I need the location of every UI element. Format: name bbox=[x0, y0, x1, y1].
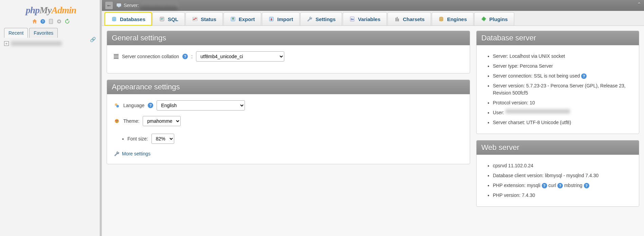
webserver-item: PHP version: 7.4.30 bbox=[493, 190, 632, 200]
dbserver-item: Protocol version: 10 bbox=[493, 98, 632, 108]
dbserver-item: Server version: 5.7.23-23 - Percona Serv… bbox=[493, 81, 632, 98]
tree-row[interactable]: + ████████████ bbox=[4, 41, 98, 46]
tab-label: Settings bbox=[316, 16, 336, 22]
theme-label: Theme: bbox=[123, 118, 139, 124]
svg-point-25 bbox=[117, 121, 118, 122]
collation-select[interactable]: utf8mb4_unicode_ci bbox=[196, 51, 284, 62]
tab-label: Status bbox=[201, 16, 216, 22]
db-tree: + ████████████ bbox=[0, 38, 102, 46]
wrench-icon bbox=[114, 151, 120, 157]
tab-charsets-icon bbox=[394, 16, 400, 22]
tab-settings[interactable]: Settings bbox=[300, 12, 342, 26]
content: General settings Server connection colla… bbox=[102, 26, 644, 236]
topbar: ← Server: ███████████ ⌃ bbox=[102, 0, 644, 11]
tab-label: Engines bbox=[447, 16, 467, 22]
panel-title: General settings bbox=[107, 31, 470, 45]
dbserver-item: Server charset: UTF-8 Unicode (utf8) bbox=[493, 118, 632, 128]
svg-rect-2 bbox=[49, 19, 53, 24]
sidebar-toolbar: ? bbox=[32, 17, 70, 28]
tab-label: Export bbox=[239, 16, 255, 22]
expand-icon[interactable]: + bbox=[4, 41, 9, 46]
logout-icon[interactable]: ? bbox=[40, 18, 46, 24]
tab-label: Import bbox=[277, 16, 293, 22]
sidebar-tab-favorites[interactable]: Favorites bbox=[29, 28, 58, 38]
panel-title: Web server bbox=[477, 140, 639, 155]
tab-label: Charsets bbox=[403, 16, 425, 22]
webserver-item: cpsrvd 11.102.0.24 bbox=[493, 161, 632, 171]
back-button[interactable]: ← bbox=[105, 2, 113, 9]
tab-status[interactable]: Status bbox=[185, 12, 223, 26]
logo-part-php: php bbox=[26, 5, 40, 15]
panel-title: Appearance settings bbox=[107, 80, 470, 94]
server-label: Server: bbox=[124, 3, 139, 8]
tab-label: Variables bbox=[358, 16, 380, 22]
panel-title: Database server bbox=[477, 31, 639, 45]
more-settings-link[interactable]: More settings bbox=[114, 151, 150, 157]
logo-part-admin: Admin bbox=[52, 5, 76, 15]
help-icon[interactable]: ? bbox=[584, 183, 589, 188]
sidebar-resize-handle[interactable] bbox=[100, 0, 102, 236]
svg-point-7 bbox=[112, 17, 116, 18]
dbserver-item: Server type: Percona Server bbox=[493, 61, 632, 71]
tree-item-name: ████████████ bbox=[11, 41, 62, 46]
tab-label: SQL bbox=[168, 16, 178, 22]
tab-import-icon bbox=[268, 16, 274, 22]
reload-icon[interactable] bbox=[64, 18, 70, 24]
svg-point-21 bbox=[117, 105, 119, 108]
theme-icon bbox=[114, 118, 120, 124]
server-name: ███████████ bbox=[140, 3, 178, 8]
help-icon[interactable]: ? bbox=[182, 54, 188, 59]
sidebar-tab-recent[interactable]: Recent bbox=[4, 28, 28, 38]
help-icon[interactable]: ? bbox=[557, 183, 563, 188]
tab-plugins-icon bbox=[481, 16, 487, 22]
svg-point-22 bbox=[115, 119, 119, 123]
svg-point-23 bbox=[115, 120, 117, 121]
tab-engines[interactable]: Engines bbox=[432, 12, 473, 26]
fontsize-label: Font size: bbox=[127, 136, 148, 141]
svg-text:?: ? bbox=[42, 20, 44, 23]
dbserver-item: Server connection: SSL is not being used… bbox=[493, 71, 632, 81]
logo: phpMyAdmin bbox=[26, 3, 76, 17]
home-icon[interactable] bbox=[32, 18, 38, 24]
svg-rect-6 bbox=[118, 6, 120, 7]
server-icon bbox=[116, 3, 122, 8]
tab-plugins[interactable]: Plugins bbox=[474, 12, 514, 26]
theme-select[interactable]: pmahomme bbox=[143, 116, 181, 126]
collapse-panel-icon[interactable]: ⌃ bbox=[637, 1, 641, 8]
user-value: ███████████████ bbox=[505, 109, 570, 114]
tab-sql[interactable]: SQL bbox=[153, 12, 185, 26]
dbserver-item: Server: Localhost via UNIX socket bbox=[493, 51, 632, 61]
tab-charsets[interactable]: Charsets bbox=[388, 12, 431, 26]
tab-export-icon bbox=[230, 16, 236, 22]
docs-icon[interactable] bbox=[48, 18, 54, 24]
link-icon[interactable]: 🔗 bbox=[90, 37, 96, 42]
main: ← Server: ███████████ ⌃ DatabasesSQLStat… bbox=[102, 0, 644, 236]
svg-point-19 bbox=[439, 17, 443, 18]
svg-rect-18 bbox=[398, 19, 399, 21]
tab-sql-icon bbox=[159, 16, 165, 22]
tab-engines-icon bbox=[438, 16, 444, 22]
tab-variables-icon: $a bbox=[349, 16, 355, 22]
help-icon[interactable]: ? bbox=[581, 73, 587, 79]
language-icon bbox=[114, 102, 120, 108]
fontsize-select[interactable]: 82% bbox=[151, 134, 174, 144]
webserver-item: PHP extension: mysqli ? curl ? mbstring … bbox=[493, 181, 632, 190]
sidebar-tabs: Recent Favorites bbox=[0, 28, 102, 38]
webserver-item: Database client version: libmysql - mysq… bbox=[493, 171, 632, 181]
language-select[interactable]: English bbox=[157, 100, 245, 111]
tab-import[interactable]: Import bbox=[262, 12, 300, 26]
svg-rect-17 bbox=[397, 17, 397, 21]
web-server-panel: Web server cpsrvd 11.102.0.24Database cl… bbox=[476, 140, 639, 207]
svg-text:$a: $a bbox=[351, 18, 354, 21]
help-icon[interactable]: ? bbox=[148, 103, 153, 108]
dbserver-item: User: ███████████████ bbox=[493, 108, 632, 118]
svg-rect-5 bbox=[117, 4, 121, 6]
tab-databases[interactable]: Databases bbox=[105, 12, 152, 26]
tab-export[interactable]: Export bbox=[223, 12, 262, 26]
tab-databases-icon bbox=[111, 16, 117, 22]
settings-icon[interactable] bbox=[56, 18, 62, 24]
tab-variables[interactable]: $aVariables bbox=[343, 12, 387, 26]
help-icon[interactable]: ? bbox=[542, 183, 547, 188]
tab-settings-icon bbox=[307, 16, 313, 22]
appearance-settings-panel: Appearance settings Language ? English T… bbox=[107, 80, 470, 164]
